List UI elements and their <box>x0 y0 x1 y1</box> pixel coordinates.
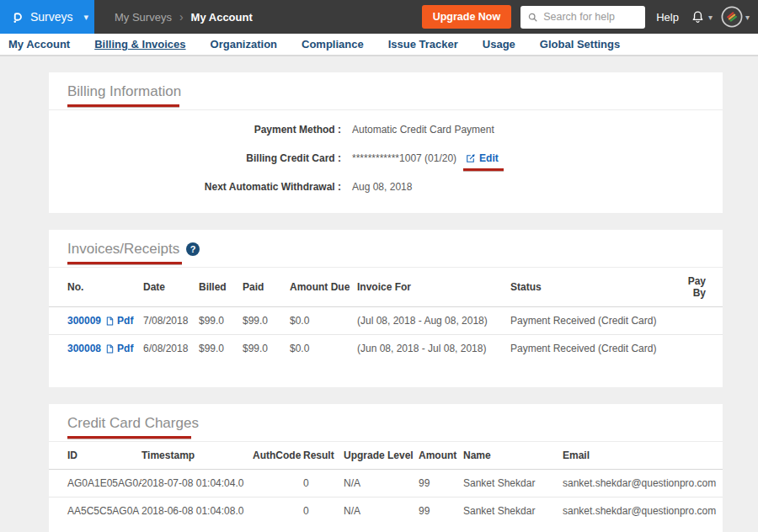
column-header: AuthCode <box>253 442 303 470</box>
page-content: Billing Information Payment Method : Aut… <box>0 56 758 532</box>
product-label: Surveys <box>30 10 73 24</box>
column-header: Status <box>510 268 672 307</box>
invoice-pdf-link[interactable]: Pdf <box>105 315 133 327</box>
invoice-status: Payment Received (Credit Card) <box>510 335 672 363</box>
invoice-pay-by <box>672 335 723 363</box>
column-header: Invoice For <box>357 268 510 307</box>
edit-label[interactable]: Edit <box>479 152 499 164</box>
breadcrumb-parent[interactable]: My Surveys <box>115 11 172 24</box>
charge-timestamp: 2018-06-08 01:04:08.0 <box>141 497 253 525</box>
card-bottom-padding <box>49 524 723 532</box>
pdf-label: Pdf <box>117 343 133 354</box>
charge-email: sanket.shekdar@questionpro.com <box>563 470 723 497</box>
invoices-receipts-card: Invoices/Receipts ? No. Date Billed Paid… <box>49 230 723 387</box>
search-input[interactable] <box>543 11 636 23</box>
upgrade-now-button[interactable]: Upgrade Now <box>422 5 512 29</box>
charge-authcode <box>253 497 303 525</box>
field-label: Billing Credit Card : <box>49 152 341 164</box>
charges-table-header: ID Timestamp AuthCode Result Upgrade Lev… <box>49 442 723 470</box>
section-title: Billing Information <box>67 83 181 100</box>
column-header: ID <box>49 442 141 470</box>
invoice-date: 7/08/2018 <box>143 307 199 335</box>
invoice-row: 300009 Pdf 7/08/2018 $99.0 $99.0 <box>49 307 723 335</box>
invoice-billed: $99.0 <box>199 307 243 335</box>
payment-method-row: Payment Method : Automatic Credit Card P… <box>49 115 723 144</box>
charge-result: 0 <box>303 470 344 497</box>
invoice-number-link[interactable]: 300008 <box>67 343 101 354</box>
charge-email: sanket.shekdar@questionpro.com <box>563 497 723 525</box>
breadcrumb-current: My Account <box>191 11 253 24</box>
invoice-date: 6/08/2018 <box>143 335 199 363</box>
invoice-amount-due: $0.0 <box>290 307 357 335</box>
help-circle-icon[interactable]: ? <box>186 242 200 256</box>
breadcrumb-separator-icon: › <box>179 10 184 24</box>
invoice-paid: $99.0 <box>243 335 290 363</box>
tab-my-account[interactable]: My Account <box>8 38 70 51</box>
help-link[interactable]: Help <box>656 11 679 24</box>
next-withdrawal-row: Next Automatic Withdrawal : Aug 08, 2018 <box>49 173 723 201</box>
masked-card-number: ************1007 (01/20) <box>352 152 456 164</box>
column-header: Upgrade Level <box>344 442 419 470</box>
pdf-label: Pdf <box>117 315 133 327</box>
search-icon <box>527 12 538 23</box>
card-bottom-padding <box>49 362 723 387</box>
pdf-file-icon <box>105 316 115 327</box>
annotation-underline <box>67 436 191 439</box>
invoice-status: Payment Received (Credit Card) <box>510 307 672 335</box>
annotation-underline <box>67 262 182 264</box>
invoice-number-link[interactable]: 300009 <box>67 315 101 327</box>
charge-amount: 99 <box>419 470 463 497</box>
chevron-down-icon: ▾ <box>708 13 713 22</box>
pdf-file-icon <box>105 343 115 354</box>
tab-global-settings[interactable]: Global Settings <box>540 38 620 51</box>
edit-card-link[interactable]: Edit <box>465 152 499 164</box>
column-header: Paid <box>243 268 290 307</box>
tab-organization[interactable]: Organization <box>211 38 277 51</box>
invoices-table-header: No. Date Billed Paid Amount Due Invoice … <box>49 268 723 307</box>
chevron-down-icon: ▾ <box>84 12 89 23</box>
section-title: Credit Card Charges <box>67 415 199 432</box>
tab-billing-invoices[interactable]: Billing & Invoices <box>94 38 185 51</box>
charge-result: 0 <box>303 497 344 525</box>
section-title: Invoices/Receipts <box>67 241 179 258</box>
column-header: Amount <box>419 442 463 470</box>
tab-usage[interactable]: Usage <box>483 38 515 51</box>
charge-id: AA5C5C5AG0A <box>49 497 141 525</box>
credit-card-charges-card: Credit Card Charges ID Timestamp AuthCod… <box>49 404 723 532</box>
charge-id: AG0A1E05AG0A <box>49 470 141 497</box>
charge-name: Sanket Shekdar <box>463 470 563 497</box>
topbar-actions: Upgrade Now Help ▾ <box>422 5 758 29</box>
charge-name: Sanket Shekdar <box>463 497 563 525</box>
avatar <box>721 6 743 28</box>
tab-compliance[interactable]: Compliance <box>302 38 364 51</box>
charge-row: AA5C5C5AG0A 2018-06-08 01:04:08.0 0 N/A … <box>49 497 723 525</box>
account-nav: My Account Billing & Invoices Organizati… <box>0 34 758 56</box>
billing-credit-card-row: Billing Credit Card : ************1007 (… <box>49 144 723 173</box>
field-label: Payment Method : <box>49 124 341 136</box>
billing-information-header: Billing Information <box>49 72 723 110</box>
tab-issue-tracker[interactable]: Issue Tracker <box>388 38 458 51</box>
invoices-header: Invoices/Receipts ? <box>49 230 723 268</box>
help-search-box[interactable] <box>520 6 645 29</box>
withdrawal-value: Aug 08, 2018 <box>352 181 412 193</box>
payment-method-value: Automatic Credit Card Payment <box>352 124 494 136</box>
edit-pencil-icon <box>465 153 476 164</box>
product-switcher[interactable]: Surveys ▾ <box>0 0 94 34</box>
credit-card-value: ************1007 (01/20) Edit <box>352 152 499 164</box>
notifications-menu[interactable]: ▾ <box>690 9 713 25</box>
charge-row: AG0A1E05AG0A 2018-07-08 01:04:04.0 0 N/A… <box>49 470 723 497</box>
column-header: Timestamp <box>141 442 253 470</box>
invoice-amount-due: $0.0 <box>290 335 357 363</box>
charge-timestamp: 2018-07-08 01:04:04.0 <box>141 470 253 497</box>
column-header: Result <box>303 442 344 470</box>
breadcrumb: My Surveys › My Account <box>115 10 253 24</box>
chevron-down-icon: ▾ <box>745 13 750 22</box>
questionpro-logo-icon <box>9 9 24 24</box>
charges-table: ID Timestamp AuthCode Result Upgrade Lev… <box>49 442 723 524</box>
invoice-pdf-link[interactable]: Pdf <box>105 343 133 354</box>
account-menu[interactable]: ▾ <box>721 6 750 28</box>
invoices-table: No. Date Billed Paid Amount Due Invoice … <box>49 268 723 362</box>
column-header: Amount Due <box>290 268 357 307</box>
column-header: Email <box>563 442 723 470</box>
charge-amount: 99 <box>419 497 463 525</box>
